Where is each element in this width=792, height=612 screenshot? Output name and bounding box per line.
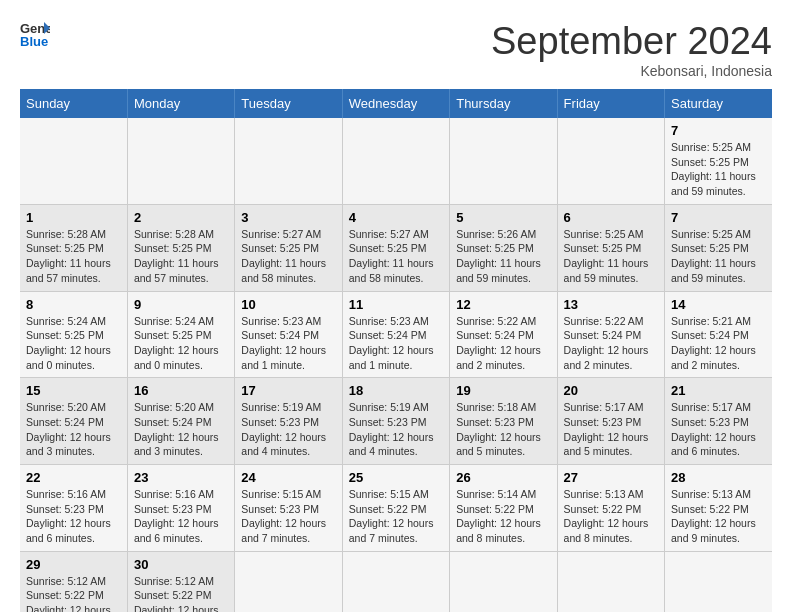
day-info: Sunrise: 5:16 AM Sunset: 5:23 PM Dayligh… [134,487,228,546]
col-tuesday: Tuesday [235,89,342,118]
table-row: 22 Sunrise: 5:16 AM Sunset: 5:23 PM Dayl… [20,465,127,552]
calendar-week-row: 15 Sunrise: 5:20 AM Sunset: 5:24 PM Dayl… [20,378,772,465]
table-row [450,551,557,612]
table-row: 16 Sunrise: 5:20 AM Sunset: 5:24 PM Dayl… [127,378,234,465]
table-row: 13 Sunrise: 5:22 AM Sunset: 5:24 PM Dayl… [557,291,664,378]
table-row: 4 Sunrise: 5:27 AM Sunset: 5:25 PM Dayli… [342,204,449,291]
day-info: Sunrise: 5:25 AM Sunset: 5:25 PM Dayligh… [671,140,766,199]
day-number: 28 [671,470,766,485]
col-saturday: Saturday [665,89,772,118]
day-info: Sunrise: 5:25 AM Sunset: 5:25 PM Dayligh… [671,227,766,286]
month-title: September 2024 [491,20,772,63]
day-number: 22 [26,470,121,485]
table-row [450,118,557,204]
page-header: General Blue September 2024 Kebonsari, I… [20,20,772,79]
day-number: 3 [241,210,335,225]
day-number: 7 [671,210,766,225]
table-row: 15 Sunrise: 5:20 AM Sunset: 5:24 PM Dayl… [20,378,127,465]
table-row [235,551,342,612]
calendar-week-row: 29 Sunrise: 5:12 AM Sunset: 5:22 PM Dayl… [20,551,772,612]
location: Kebonsari, Indonesia [491,63,772,79]
day-info: Sunrise: 5:12 AM Sunset: 5:22 PM Dayligh… [134,574,228,612]
day-info: Sunrise: 5:21 AM Sunset: 5:24 PM Dayligh… [671,314,766,373]
day-info: Sunrise: 5:25 AM Sunset: 5:25 PM Dayligh… [564,227,658,286]
col-thursday: Thursday [450,89,557,118]
day-info: Sunrise: 5:17 AM Sunset: 5:23 PM Dayligh… [564,400,658,459]
day-info: Sunrise: 5:14 AM Sunset: 5:22 PM Dayligh… [456,487,550,546]
table-row: 9 Sunrise: 5:24 AM Sunset: 5:25 PM Dayli… [127,291,234,378]
table-row: 19 Sunrise: 5:18 AM Sunset: 5:23 PM Dayl… [450,378,557,465]
day-number: 6 [564,210,658,225]
day-number: 19 [456,383,550,398]
calendar-week-row: 1 Sunrise: 5:28 AM Sunset: 5:25 PM Dayli… [20,204,772,291]
day-number: 5 [456,210,550,225]
day-info: Sunrise: 5:20 AM Sunset: 5:24 PM Dayligh… [26,400,121,459]
table-row: 10 Sunrise: 5:23 AM Sunset: 5:24 PM Dayl… [235,291,342,378]
logo: General Blue [20,20,50,48]
table-row: 7 Sunrise: 5:25 AM Sunset: 5:25 PM Dayli… [665,118,772,204]
day-info: Sunrise: 5:23 AM Sunset: 5:24 PM Dayligh… [241,314,335,373]
day-info: Sunrise: 5:27 AM Sunset: 5:25 PM Dayligh… [241,227,335,286]
col-wednesday: Wednesday [342,89,449,118]
day-number: 29 [26,557,121,572]
day-number: 8 [26,297,121,312]
table-row: 24 Sunrise: 5:15 AM Sunset: 5:23 PM Dayl… [235,465,342,552]
day-number: 23 [134,470,228,485]
table-row: 12 Sunrise: 5:22 AM Sunset: 5:24 PM Dayl… [450,291,557,378]
day-number: 27 [564,470,658,485]
table-row: 25 Sunrise: 5:15 AM Sunset: 5:22 PM Dayl… [342,465,449,552]
table-row: 17 Sunrise: 5:19 AM Sunset: 5:23 PM Dayl… [235,378,342,465]
day-number: 11 [349,297,443,312]
day-number: 9 [134,297,228,312]
table-row: 27 Sunrise: 5:13 AM Sunset: 5:22 PM Dayl… [557,465,664,552]
day-number: 1 [26,210,121,225]
table-row: 1 Sunrise: 5:28 AM Sunset: 5:25 PM Dayli… [20,204,127,291]
title-section: September 2024 Kebonsari, Indonesia [491,20,772,79]
col-sunday: Sunday [20,89,127,118]
calendar-header-row: Sunday Monday Tuesday Wednesday Thursday… [20,89,772,118]
day-number: 15 [26,383,121,398]
calendar-week-row: 8 Sunrise: 5:24 AM Sunset: 5:25 PM Dayli… [20,291,772,378]
calendar-table: Sunday Monday Tuesday Wednesday Thursday… [20,89,772,612]
table-row: 21 Sunrise: 5:17 AM Sunset: 5:23 PM Dayl… [665,378,772,465]
day-info: Sunrise: 5:19 AM Sunset: 5:23 PM Dayligh… [241,400,335,459]
day-number: 21 [671,383,766,398]
day-info: Sunrise: 5:17 AM Sunset: 5:23 PM Dayligh… [671,400,766,459]
table-row [557,118,664,204]
table-row: 5 Sunrise: 5:26 AM Sunset: 5:25 PM Dayli… [450,204,557,291]
table-row: 18 Sunrise: 5:19 AM Sunset: 5:23 PM Dayl… [342,378,449,465]
table-row: 3 Sunrise: 5:27 AM Sunset: 5:25 PM Dayli… [235,204,342,291]
table-row [342,551,449,612]
day-number: 20 [564,383,658,398]
day-number: 7 [671,123,766,138]
table-row [342,118,449,204]
calendar-week-row: 7 Sunrise: 5:25 AM Sunset: 5:25 PM Dayli… [20,118,772,204]
table-row: 8 Sunrise: 5:24 AM Sunset: 5:25 PM Dayli… [20,291,127,378]
day-number: 13 [564,297,658,312]
day-number: 10 [241,297,335,312]
table-row [235,118,342,204]
day-info: Sunrise: 5:28 AM Sunset: 5:25 PM Dayligh… [26,227,121,286]
day-info: Sunrise: 5:28 AM Sunset: 5:25 PM Dayligh… [134,227,228,286]
col-monday: Monday [127,89,234,118]
day-number: 26 [456,470,550,485]
day-info: Sunrise: 5:19 AM Sunset: 5:23 PM Dayligh… [349,400,443,459]
day-number: 12 [456,297,550,312]
svg-text:Blue: Blue [20,34,48,48]
day-info: Sunrise: 5:18 AM Sunset: 5:23 PM Dayligh… [456,400,550,459]
day-number: 30 [134,557,228,572]
day-info: Sunrise: 5:22 AM Sunset: 5:24 PM Dayligh… [456,314,550,373]
table-row [20,118,127,204]
table-row: 28 Sunrise: 5:13 AM Sunset: 5:22 PM Dayl… [665,465,772,552]
day-number: 4 [349,210,443,225]
day-number: 25 [349,470,443,485]
day-number: 2 [134,210,228,225]
day-info: Sunrise: 5:24 AM Sunset: 5:25 PM Dayligh… [134,314,228,373]
day-info: Sunrise: 5:20 AM Sunset: 5:24 PM Dayligh… [134,400,228,459]
table-row: 11 Sunrise: 5:23 AM Sunset: 5:24 PM Dayl… [342,291,449,378]
table-row: 6 Sunrise: 5:25 AM Sunset: 5:25 PM Dayli… [557,204,664,291]
day-info: Sunrise: 5:16 AM Sunset: 5:23 PM Dayligh… [26,487,121,546]
table-row: 29 Sunrise: 5:12 AM Sunset: 5:22 PM Dayl… [20,551,127,612]
table-row: 23 Sunrise: 5:16 AM Sunset: 5:23 PM Dayl… [127,465,234,552]
day-info: Sunrise: 5:15 AM Sunset: 5:23 PM Dayligh… [241,487,335,546]
